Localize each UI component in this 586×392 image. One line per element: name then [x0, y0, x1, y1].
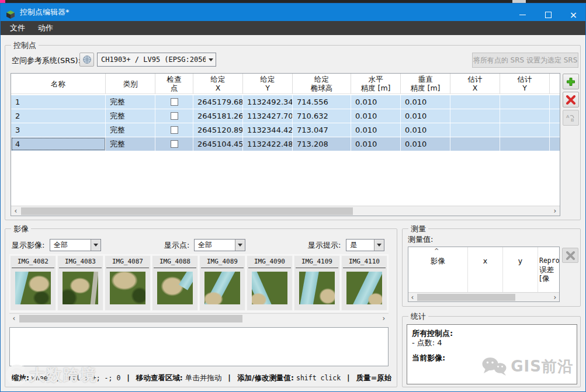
scroll-left-icon[interactable]: ‹: [11, 206, 20, 216]
cell-given-y[interactable]: 1132344.425: [243, 123, 293, 137]
cell-name[interactable]: 3: [11, 123, 106, 137]
column-header-category[interactable]: 类别: [106, 74, 155, 93]
cell-given-y[interactable]: 1132492.342: [243, 95, 293, 109]
aerial-thumbnail-image[interactable]: [63, 272, 98, 304]
show-points-combobox[interactable]: 全部: [194, 239, 245, 251]
scrollbar-thumb[interactable]: [417, 294, 515, 301]
cell-est-y[interactable]: [500, 137, 550, 151]
cell-category[interactable]: 完整: [106, 137, 155, 151]
scrollbar-thumb[interactable]: [19, 315, 242, 322]
meas-column-y[interactable]: y: [503, 247, 538, 292]
cell-h-acc[interactable]: 0.010: [351, 137, 401, 151]
aerial-thumbnail-image[interactable]: [252, 272, 287, 304]
table-row-selected[interactable]: 4 完整 2645104.456 1132422.482 713.208 0.0…: [11, 137, 560, 151]
cell-category[interactable]: 完整: [106, 109, 155, 123]
thumbnail-img-4082[interactable]: IMG_4082: [10, 255, 56, 311]
thumbnail-img-4109[interactable]: IMG_4109: [294, 255, 340, 311]
measurement-table[interactable]: ^ 影像 x y Repro 误差[像 ‹ ›: [408, 247, 560, 302]
thumbnail-img-4089[interactable]: IMG_4089: [199, 255, 245, 311]
scroll-left-icon[interactable]: ‹: [408, 293, 417, 301]
cell-h-acc[interactable]: 0.010: [351, 109, 401, 123]
srs-combobox[interactable]: CH1903+ / LV95 (EPSG:2056): [97, 53, 216, 67]
show-hints-combobox[interactable]: 是: [346, 239, 384, 251]
aerial-thumbnail-image[interactable]: [15, 272, 51, 304]
cell-given-y[interactable]: 1132427.704: [243, 109, 293, 123]
column-header-v-accuracy[interactable]: 垂直精度 [m]: [401, 74, 450, 93]
show-images-dropdown[interactable]: [91, 240, 100, 251]
thumbnail-img-4087[interactable]: IMG_4087: [105, 255, 151, 311]
meas-column-image[interactable]: 影像: [408, 247, 468, 292]
thumbnail-hscrollbar[interactable]: ‹ ›: [9, 313, 389, 323]
cell-v-acc[interactable]: 0.010: [401, 137, 450, 151]
column-header-h-accuracy[interactable]: 水平精度 [m]: [351, 74, 401, 93]
cell-given-x[interactable]: 2645179.683: [193, 95, 243, 109]
checkpoint-checkbox[interactable]: [171, 140, 178, 148]
cell-est-x[interactable]: [450, 109, 500, 123]
table-row[interactable]: 1 完整 2645179.683 1132492.342 714.556 0.0…: [11, 95, 560, 109]
scroll-right-icon[interactable]: ›: [550, 206, 560, 216]
cell-est-x[interactable]: [450, 137, 500, 151]
measurement-hscrollbar[interactable]: ‹ ›: [408, 292, 559, 301]
cell-checkpoint[interactable]: [155, 95, 193, 109]
column-header-checkpoint[interactable]: 检查点: [155, 74, 193, 93]
cell-given-alt[interactable]: 713.208: [293, 137, 351, 151]
scrollbar-thumb[interactable]: [21, 207, 353, 215]
cell-est-y[interactable]: [500, 123, 550, 137]
cell-checkpoint[interactable]: [155, 137, 193, 151]
cell-name[interactable]: 4: [11, 137, 106, 151]
cell-given-x[interactable]: 2645104.456: [193, 137, 243, 151]
cell-category[interactable]: 完整: [106, 95, 155, 109]
table-row[interactable]: 3 完整 2645120.890 1132344.425 713.047 0.0…: [11, 123, 560, 137]
aerial-thumbnail-image[interactable]: [299, 272, 335, 304]
column-header-name[interactable]: 名称: [11, 74, 106, 93]
cell-given-alt[interactable]: 714.556: [293, 95, 351, 109]
control-points-table[interactable]: 名称 类别 检查点 给定X 给定Y 给定椭球高 水平精度 [m] 垂直精度 [m…: [11, 73, 560, 216]
show-images-combobox[interactable]: 全部: [50, 239, 101, 251]
aerial-thumbnail-image[interactable]: [157, 272, 193, 304]
cell-name[interactable]: 2: [11, 109, 106, 123]
cell-est-y[interactable]: [500, 95, 550, 109]
checkpoint-checkbox[interactable]: [171, 98, 178, 106]
aerial-thumbnail-image[interactable]: [204, 272, 240, 304]
scroll-right-icon[interactable]: ›: [379, 314, 389, 323]
cell-h-acc[interactable]: 0.010: [351, 95, 401, 109]
rename-point-button[interactable]: A B: [563, 110, 579, 126]
meas-column-x[interactable]: x: [468, 247, 503, 292]
meas-column-repro-error[interactable]: Repro 误差[像: [538, 247, 560, 292]
aerial-thumbnail-image[interactable]: [346, 272, 382, 304]
table-row[interactable]: 2 完整 2645181.267 1132427.704 710.632 0.0…: [11, 109, 560, 123]
cell-v-acc[interactable]: 0.010: [401, 95, 450, 109]
cell-name[interactable]: 1: [11, 95, 106, 109]
clear-measurement-button[interactable]: [562, 248, 578, 263]
cell-est-x[interactable]: [450, 95, 500, 109]
title-bar[interactable]: 控制点编辑器* ×: [0, 3, 586, 21]
thumbnail-img-4110[interactable]: IMG_4110: [341, 255, 387, 311]
aerial-thumbnail-image[interactable]: [110, 272, 145, 304]
cell-given-x[interactable]: 2645120.890: [193, 123, 243, 137]
cell-v-acc[interactable]: 0.010: [401, 109, 450, 123]
add-point-button[interactable]: [563, 74, 579, 89]
cell-given-alt[interactable]: 713.047: [293, 123, 351, 137]
cell-h-acc[interactable]: 0.010: [351, 123, 401, 137]
cell-est-y[interactable]: [500, 109, 550, 123]
column-header-given-y[interactable]: 给定Y: [243, 74, 293, 93]
cell-given-alt[interactable]: 710.632: [293, 109, 351, 123]
cell-checkpoint[interactable]: [155, 109, 193, 123]
column-header-given-x[interactable]: 给定X: [193, 74, 243, 93]
menu-file[interactable]: 文件: [5, 22, 30, 34]
table-hscrollbar[interactable]: ‹ ›: [11, 206, 560, 216]
cell-est-x[interactable]: [450, 123, 500, 137]
srs-combobox-dropdown[interactable]: [206, 53, 216, 66]
apply-srs-button[interactable]: 将所有点的 SRS 设置为选定 SRS: [472, 53, 578, 68]
delete-point-button[interactable]: [563, 92, 579, 107]
cell-v-acc[interactable]: 0.010: [401, 123, 450, 137]
checkpoint-checkbox[interactable]: [171, 126, 178, 134]
cell-checkpoint[interactable]: [155, 123, 193, 137]
column-header-est-y[interactable]: 估计Y: [500, 74, 550, 93]
scroll-right-icon[interactable]: ›: [551, 293, 559, 301]
show-points-dropdown[interactable]: [235, 240, 245, 251]
scroll-left-icon[interactable]: ‹: [9, 314, 19, 323]
menu-action[interactable]: 动作: [33, 22, 58, 34]
cell-category[interactable]: 完整: [106, 123, 155, 137]
thumbnail-img-4088[interactable]: IMG_4088: [152, 255, 198, 311]
